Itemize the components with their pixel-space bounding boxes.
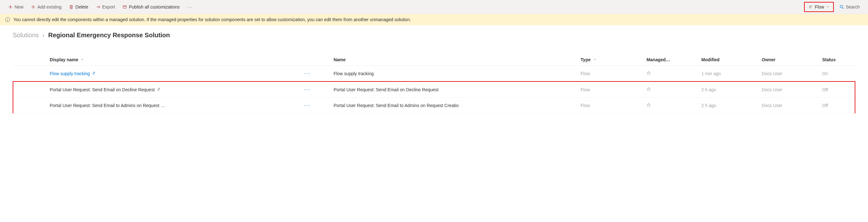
table-row[interactable]: Flow supply tracking ··· Flow supply tra…	[13, 66, 855, 82]
breadcrumb-parent[interactable]: Solutions	[13, 32, 39, 39]
more-icon: ···	[187, 4, 193, 9]
add-existing-label: Add existing	[37, 4, 61, 9]
row-name: Portal User Request: Send Email to Admin…	[330, 98, 577, 113]
table-container: Display name Name Type Managed… Modified…	[0, 41, 868, 113]
flow-icon	[808, 5, 813, 9]
table-row[interactable]: Portal User Request: Send Email on Decli…	[13, 81, 855, 98]
row-status: On	[818, 66, 855, 82]
export-label: Export	[102, 4, 115, 9]
column-managed[interactable]: Managed…	[643, 54, 698, 66]
row-type: Flow	[577, 66, 643, 82]
info-icon	[5, 17, 10, 22]
table-header-row: Display name Name Type Managed… Modified…	[13, 54, 855, 66]
search-label: Search	[846, 4, 860, 9]
export-button[interactable]: Export	[93, 3, 118, 11]
chevron-down-icon	[593, 57, 596, 62]
svg-point-1	[840, 5, 843, 8]
column-label: Name	[334, 57, 346, 62]
toolbar-right: Flow Search	[804, 2, 863, 12]
lock-icon	[646, 71, 651, 76]
row-managed	[643, 98, 698, 113]
notice-bar: You cannot directly edit the components …	[0, 14, 868, 25]
search-icon	[839, 5, 844, 9]
solution-components-table: Display name Name Type Managed… Modified…	[13, 54, 855, 113]
row-name: Flow supply tracking	[330, 66, 577, 82]
row-managed	[643, 66, 698, 82]
column-name[interactable]: Name	[330, 54, 577, 66]
publish-label: Publish all customizations	[129, 4, 180, 9]
column-owner[interactable]: Owner	[758, 54, 818, 66]
column-label: Modified	[702, 57, 720, 62]
flow-label: Flow	[815, 4, 824, 9]
row-status: Off	[818, 98, 855, 113]
row-display-name[interactable]: Portal User Request: Send Email to Admin…	[50, 103, 165, 108]
column-status[interactable]: Status	[818, 54, 855, 66]
row-more-button[interactable]: ···	[302, 101, 313, 109]
notice-text: You cannot directly edit the components …	[13, 17, 411, 22]
publish-icon	[123, 5, 127, 9]
table-row[interactable]: Portal User Request: Send Email to Admin…	[13, 98, 855, 113]
svg-rect-3	[647, 73, 650, 75]
lock-icon	[646, 103, 651, 108]
trash-icon	[69, 5, 73, 9]
export-icon	[96, 5, 100, 9]
row-display-name[interactable]: Portal User Request: Send Email on Decli…	[50, 87, 155, 92]
open-external-icon[interactable]	[157, 87, 161, 92]
row-owner: Docs User	[758, 66, 818, 82]
lock-icon	[646, 87, 651, 92]
delete-button[interactable]: Delete	[66, 3, 91, 11]
overflow-button[interactable]: ···	[184, 3, 196, 11]
page-title: Regional Emergency Response Solution	[48, 32, 170, 39]
column-label: Status	[822, 57, 836, 62]
row-managed	[643, 81, 698, 98]
column-label: Managed…	[646, 57, 670, 62]
publish-button[interactable]: Publish all customizations	[119, 3, 183, 11]
row-modified: 1 min ago	[698, 66, 758, 82]
column-modified[interactable]: Modified	[698, 54, 758, 66]
row-select[interactable]	[17, 70, 23, 76]
select-all-header[interactable]	[13, 54, 46, 66]
toolbar-left: New Add existing Delete Export Publish a…	[5, 3, 804, 11]
row-type: Flow	[577, 98, 643, 113]
flow-dropdown-button[interactable]: Flow	[804, 2, 834, 12]
row-modified: 2 h ago	[698, 98, 758, 113]
plus-icon	[31, 5, 35, 9]
row-modified: 2 h ago	[698, 81, 758, 98]
column-label: Type	[581, 57, 591, 62]
chevron-down-icon	[81, 57, 84, 62]
row-owner: Docs User	[758, 81, 818, 98]
row-more-button[interactable]: ···	[302, 85, 313, 93]
chevron-down-icon	[826, 5, 829, 8]
column-label: Owner	[762, 57, 776, 62]
chevron-right-icon: ›	[42, 32, 44, 39]
column-type[interactable]: Type	[577, 54, 643, 66]
column-label: Display name	[50, 57, 78, 62]
breadcrumb: Solutions › Regional Emergency Response …	[0, 25, 868, 41]
row-owner: Docs User	[758, 98, 818, 113]
row-type: Flow	[577, 81, 643, 98]
column-display-name[interactable]: Display name	[46, 54, 299, 66]
search-button[interactable]: Search	[836, 3, 863, 11]
row-select[interactable]	[17, 102, 23, 108]
row-name: Portal User Request: Send Email on Decli…	[330, 81, 577, 98]
new-label: New	[14, 4, 24, 9]
plus-icon	[8, 5, 13, 9]
add-existing-button[interactable]: Add existing	[28, 3, 65, 11]
column-actions	[299, 54, 330, 66]
row-select[interactable]	[17, 86, 23, 92]
delete-label: Delete	[75, 4, 88, 9]
svg-rect-4	[647, 89, 650, 90]
command-bar: New Add existing Delete Export Publish a…	[0, 0, 868, 14]
open-external-icon[interactable]	[92, 71, 96, 76]
row-more-button[interactable]: ···	[302, 70, 313, 77]
row-status: Off	[818, 81, 855, 98]
svg-rect-0	[123, 6, 126, 8]
new-button[interactable]: New	[5, 3, 27, 11]
svg-rect-5	[647, 105, 650, 106]
row-display-name-link[interactable]: Flow supply tracking	[50, 71, 90, 76]
